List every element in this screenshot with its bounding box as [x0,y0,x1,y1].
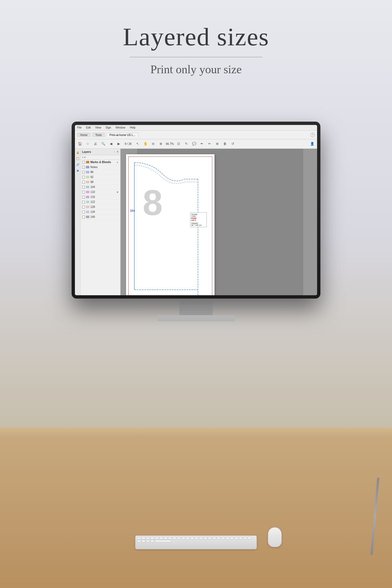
menu-edit[interactable]: Edit [86,126,91,129]
key[interactable] [173,537,176,539]
layer-checkbox-140[interactable] [82,216,85,218]
layer-128[interactable]: 128 [80,205,120,210]
tab-home[interactable]: Home [77,133,91,137]
key[interactable] [186,537,190,539]
delete-icon[interactable]: 🗑 [222,141,228,147]
zoom-in-icon[interactable]: ⊕ [158,141,164,147]
key[interactable] [221,537,225,539]
tab-print[interactable]: Print-at-home US L... [106,133,138,137]
home-icon[interactable]: 🏠 [77,141,83,147]
key[interactable] [137,537,141,539]
star-icon[interactable]: ☆ [85,141,90,147]
keyboard[interactable] [135,535,257,549]
key[interactable] [146,537,150,539]
highlight-icon[interactable]: ✏ [207,141,212,147]
layer-140[interactable]: 140 [80,215,120,219]
key[interactable] [155,537,159,539]
print-icon[interactable]: 🖨 [93,141,98,147]
menu-view[interactable]: View [95,126,101,129]
layer-notes[interactable]: Notes [80,165,120,170]
hand-icon[interactable]: ✋ [143,141,148,147]
layer-checkbox-116[interactable] [82,196,85,198]
layer-116[interactable]: 116 [80,195,120,200]
key[interactable] [168,537,172,539]
key[interactable] [164,537,168,539]
menu-file[interactable]: File [77,126,82,129]
mouse[interactable] [268,527,282,547]
key[interactable] [226,537,229,539]
layers-close-button[interactable]: × [117,150,119,154]
layer-checkbox-notes[interactable] [82,166,85,169]
key[interactable] [142,540,145,542]
menu-window[interactable]: Window [116,126,126,129]
key[interactable] [217,537,221,539]
key[interactable] [137,540,141,542]
stamp-icon[interactable]: ⊕ [215,141,220,147]
layer-98[interactable]: 98 [80,180,120,185]
zoom-icon[interactable]: 🔍 [100,141,106,147]
page-indicator: 9 / 26 [125,142,132,145]
layer-checkbox-110[interactable] [82,191,85,194]
layer-marks-bleeds[interactable]: Marks & Bleeds ▲ [80,160,120,165]
key[interactable] [230,537,234,539]
key[interactable] [190,537,194,539]
key[interactable] [203,537,207,539]
layer-92[interactable]: 92 [80,175,120,180]
layer-checkbox-134[interactable] [82,211,85,213]
layer-110[interactable]: 110 ▶ [80,190,120,195]
layers-options[interactable]: ⋮ [113,151,116,153]
layer-icon-92 [86,176,89,178]
layer-checkbox-98[interactable] [82,181,85,184]
key[interactable] [150,540,154,542]
layers-icon[interactable]: ⊕ [76,169,80,173]
key[interactable] [243,537,247,539]
key[interactable] [199,537,203,539]
page-current: 9 [125,142,126,145]
layer-checkbox-104[interactable] [82,186,85,189]
key[interactable] [159,537,163,539]
share-icon[interactable]: 👤 [309,141,315,147]
pen-icon[interactable]: ✒ [199,141,205,147]
key[interactable] [239,537,243,539]
key[interactable] [142,537,145,539]
layer-checkbox-marks[interactable] [82,161,85,164]
help-icon[interactable]: ? [310,133,315,137]
key[interactable] [212,537,216,539]
layer-checkbox-86[interactable] [82,171,85,174]
key[interactable] [146,540,150,542]
layer-checkbox-92[interactable] [82,176,85,179]
layer-122[interactable]: 122 [80,200,120,205]
layer-icon-134 [86,211,89,213]
layers-toolbar-options[interactable]: ≡ ▾ [82,156,86,159]
pages-icon[interactable]: 📋 [76,156,80,160]
key[interactable] [150,537,154,539]
layer-104[interactable]: 104 [80,185,120,190]
layer-86[interactable]: 86 [80,170,120,175]
key[interactable] [208,537,212,539]
spacebar[interactable] [155,540,171,542]
fit-icon[interactable]: ⊡ [176,141,181,147]
layer-expand-marks[interactable]: ▲ [116,161,119,163]
tab-tools[interactable]: Tools [92,133,105,137]
cursor-icon[interactable]: ↖ [135,141,140,147]
key[interactable] [177,537,181,539]
comment-icon[interactable]: 💬 [191,141,197,147]
menu-help[interactable]: Help [130,126,135,129]
key[interactable] [181,537,185,539]
key[interactable] [248,537,252,539]
lock-icon[interactable]: 🔒 [76,150,80,154]
rotate-icon[interactable]: ↺ [230,141,236,147]
layer-checkbox-128[interactable] [82,206,85,208]
key[interactable] [195,537,198,539]
menu-sign[interactable]: Sign [106,126,111,129]
layer-checkbox-122[interactable] [82,201,85,203]
monitor-screen: File Edit View Sign Window Help Home Too… [75,125,317,295]
marker-icon[interactable]: ✎ [184,141,189,147]
bookmark-icon[interactable]: 🔗 [76,163,80,166]
zoom-out-icon[interactable]: ⊖ [150,141,156,147]
layer-134[interactable]: 134 [80,210,120,215]
prev-page-icon[interactable]: ◀ [108,141,114,147]
next-page-icon[interactable]: ▶ [116,141,121,147]
layer-name-122: 122 [90,200,95,203]
key[interactable] [234,537,238,539]
